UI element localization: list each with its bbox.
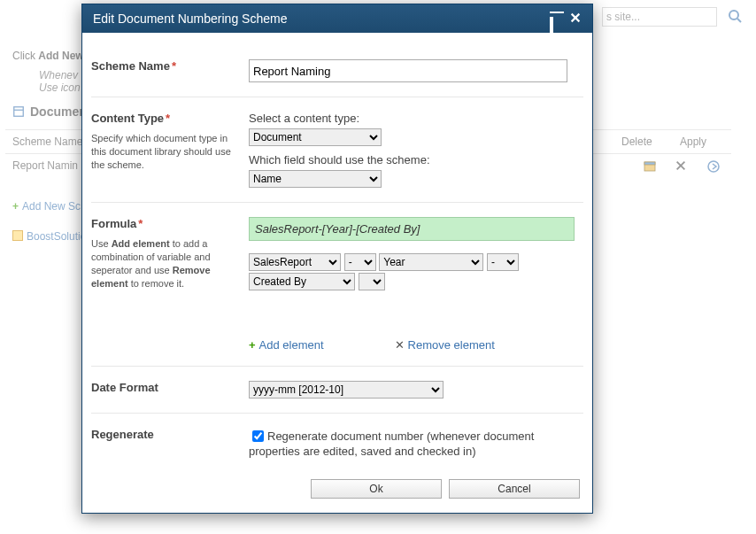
- label-regenerate: Regenerate: [91, 428, 242, 441]
- regenerate-text: Regenerate document number (whenever doc…: [249, 430, 534, 458]
- svg-rect-2: [14, 107, 24, 117]
- field-select-label: Which field should use the scheme:: [249, 153, 583, 166]
- regenerate-checkbox[interactable]: [252, 430, 264, 442]
- close-icon[interactable]: [569, 12, 583, 26]
- remove-element-link[interactable]: ✕Remove element: [395, 338, 495, 352]
- row-scheme-name: Scheme Name*: [91, 45, 583, 97]
- date-format-select[interactable]: yyyy-mm [2012-10]: [249, 381, 444, 399]
- formula-part-1[interactable]: SalesReport: [249, 253, 341, 271]
- plus-icon: +: [249, 338, 256, 352]
- row-content-type: Content Type* Specify which document typ…: [91, 97, 583, 203]
- scheme-name-input[interactable]: [249, 59, 567, 82]
- sheet-icon: [12, 105, 25, 118]
- ok-button[interactable]: Ok: [311, 479, 442, 499]
- apply-icon[interactable]: [699, 154, 731, 182]
- field-select[interactable]: Name: [249, 170, 382, 188]
- search-input[interactable]: [602, 7, 717, 27]
- th-apply: Apply: [673, 130, 731, 153]
- maximize-icon[interactable]: [550, 12, 564, 26]
- label-scheme-name: Scheme Name: [91, 59, 170, 73]
- formula-part-3[interactable]: Created By: [249, 273, 355, 290]
- section-heading-text: Documen: [30, 104, 87, 119]
- plus-icon: +: [12, 200, 19, 213]
- note-icon: [12, 230, 23, 241]
- search-icon[interactable]: [728, 9, 742, 23]
- dialog-buttons: Ok Cancel: [91, 472, 583, 499]
- add-new-scheme-link[interactable]: +Add New Sc: [12, 200, 81, 213]
- formula-sep-2[interactable]: -: [487, 253, 519, 271]
- dialog-titlebar: Edit Document Numbering Scheme: [82, 4, 592, 33]
- content-type-desc: Specify which document type in this docu…: [91, 132, 242, 172]
- cancel-button[interactable]: Cancel: [449, 479, 580, 499]
- select-content-type-label: Select a content type:: [249, 112, 583, 125]
- x-icon: ✕: [395, 338, 405, 352]
- label-date-format: Date Format: [91, 381, 242, 394]
- add-element-link[interactable]: +Add element: [249, 338, 324, 352]
- delete-icon[interactable]: [667, 154, 699, 182]
- row-date-format: Date Format yyyy-mm [2012-10]: [91, 367, 583, 414]
- formula-preview: SalesReport-[Year]-[Created By]: [249, 217, 575, 241]
- row-regenerate: Regenerate Regenerate document number (w…: [91, 414, 583, 472]
- intro-text: Click: [12, 50, 38, 62]
- top-bar: [579, 0, 756, 32]
- label-content-type: Content Type: [91, 112, 164, 125]
- formula-part-2[interactable]: Year: [379, 253, 483, 271]
- svg-point-0: [729, 11, 738, 19]
- edit-scheme-dialog: Edit Document Numbering Scheme Scheme Na…: [81, 4, 593, 514]
- dialog-title: Edit Document Numbering Scheme: [91, 4, 544, 33]
- content-type-select[interactable]: Document: [249, 128, 382, 146]
- regenerate-checkbox-label[interactable]: Regenerate document number (whenever doc…: [249, 428, 559, 458]
- formula-desc: Use Add element to add a combination of …: [91, 237, 242, 290]
- formula-sep-1[interactable]: -: [344, 253, 376, 271]
- label-formula: Formula: [91, 217, 136, 230]
- svg-rect-5: [644, 162, 655, 165]
- edit-icon[interactable]: [636, 154, 667, 182]
- section-heading: Documen: [12, 104, 87, 119]
- formula-sep-3[interactable]: [359, 273, 385, 290]
- svg-line-1: [737, 19, 741, 22]
- row-formula: Formula* Use Add element to add a combin…: [91, 203, 583, 367]
- th-delete: Delete: [614, 130, 673, 153]
